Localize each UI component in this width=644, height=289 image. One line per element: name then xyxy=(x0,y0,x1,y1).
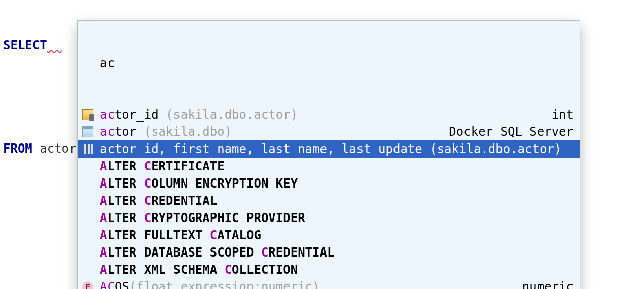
typed-prefix: ac xyxy=(78,55,580,71)
no-icon xyxy=(81,228,95,242)
autocomplete-item[interactable]: ALTER CERTIFICATE xyxy=(78,158,580,175)
no-icon xyxy=(81,194,95,208)
no-icon xyxy=(81,245,95,260)
item-type: int xyxy=(552,106,574,123)
autocomplete-item[interactable]: ALTER DATABASE SCOPED CREDENTIAL xyxy=(78,244,580,261)
item-label: ALTER CERTIFICATE xyxy=(100,158,574,175)
item-label: ALTER COLUMN ENCRYPTION KEY xyxy=(100,175,574,192)
autocomplete-item[interactable]: actor_id (sakila.dbo.actor)int xyxy=(78,106,580,123)
item-label: actor (sakila.dbo) xyxy=(100,123,441,140)
item-label: actor_id (sakila.dbo.actor) xyxy=(100,106,544,123)
error-squiggle xyxy=(47,38,62,52)
item-label: ALTER FULLTEXT CATALOG xyxy=(100,227,574,244)
keyword-from: FROM xyxy=(3,141,32,156)
autocomplete-list[interactable]: actor_id (sakila.dbo.actor)intactor (sak… xyxy=(78,106,580,289)
keyword-select: SELECT xyxy=(3,38,47,52)
item-label: ALTER CREDENTIAL xyxy=(100,192,574,209)
columns-icon xyxy=(81,142,95,156)
item-label: ACOS(float_expression:numeric) xyxy=(100,278,514,289)
function-icon: F xyxy=(81,280,95,289)
item-type: numeric xyxy=(522,278,574,289)
autocomplete-item[interactable]: FACOS(float_expression:numeric)numeric xyxy=(78,278,580,289)
autocomplete-item[interactable]: ALTER FULLTEXT CATALOG xyxy=(78,227,580,244)
autocomplete-popup[interactable]: ac actor_id (sakila.dbo.actor)intactor (… xyxy=(77,20,580,289)
column-icon xyxy=(81,107,95,122)
item-label: ALTER CRYPTOGRAPHIC PROVIDER xyxy=(100,209,574,227)
autocomplete-item[interactable]: actor_id, first_name, last_name, last_up… xyxy=(78,140,580,158)
autocomplete-item[interactable]: ALTER CREDENTIAL xyxy=(78,192,580,209)
sql-editor[interactable]: SELECT FROM actor ac actor_id (sakila.db… xyxy=(0,0,644,211)
autocomplete-item[interactable]: ALTER XML SCHEMA COLLECTION xyxy=(78,261,580,278)
table-icon xyxy=(81,125,95,139)
no-icon xyxy=(81,263,95,277)
item-label: ALTER XML SCHEMA COLLECTION xyxy=(100,261,574,278)
table-name: actor xyxy=(40,141,76,156)
autocomplete-item[interactable]: ALTER CRYPTOGRAPHIC PROVIDER xyxy=(78,209,580,227)
no-icon xyxy=(81,176,95,191)
item-label: ALTER DATABASE SCOPED CREDENTIAL xyxy=(100,244,574,261)
autocomplete-item[interactable]: ALTER COLUMN ENCRYPTION KEY xyxy=(78,175,580,192)
autocomplete-item[interactable]: actor (sakila.dbo)Docker SQL Server xyxy=(78,123,580,140)
item-type: Docker SQL Server xyxy=(449,123,574,140)
item-label: actor_id, first_name, last_name, last_up… xyxy=(100,140,574,158)
no-icon xyxy=(81,211,95,225)
no-icon xyxy=(81,159,95,173)
